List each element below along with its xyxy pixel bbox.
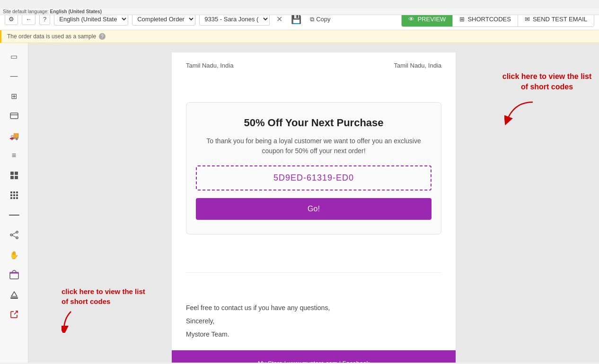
sidebar-truck-icon[interactable]: 🚚 <box>6 127 23 144</box>
sidebar-bag-icon[interactable] <box>6 266 23 283</box>
footer-sep1: | <box>284 360 288 363</box>
coupon-box: 50% Off Your Next Purchase To thank you … <box>186 102 441 234</box>
svg-rect-9 <box>10 194 12 196</box>
sidebar-external-link-icon[interactable] <box>6 306 23 323</box>
signoff-line3: Mystore Team. <box>186 328 441 341</box>
coupon-section: 50% Off Your Next Purchase To thank you … <box>172 88 456 253</box>
sidebar-rectangle-icon[interactable]: ▭ <box>6 48 23 65</box>
signoff-line2: Sincerely, <box>186 314 441 328</box>
svg-rect-5 <box>15 176 18 179</box>
svg-rect-11 <box>16 194 18 196</box>
sidebar-lines-icon[interactable]: ≡ <box>6 147 23 164</box>
svg-point-18 <box>16 237 18 239</box>
svg-point-16 <box>16 231 18 233</box>
email-divider <box>186 272 441 273</box>
svg-rect-14 <box>16 197 18 199</box>
svg-rect-7 <box>13 191 15 193</box>
warning-help-icon[interactable]: ? <box>99 33 106 40</box>
site-default-lang: Site default language: English (United S… <box>0 9 599 15</box>
sidebar-blocks-icon[interactable] <box>6 167 23 184</box>
footer-facebook-link[interactable]: Facebook <box>343 360 370 363</box>
email-icon: ✉ <box>525 16 530 23</box>
sidebar-share-icon[interactable] <box>6 226 23 243</box>
email-preview: Tamil Nadu, India Tamil Nadu, India 50% … <box>172 52 456 363</box>
sidebar-hand-icon[interactable]: ✋ <box>6 246 23 263</box>
shortcodes-icon: ⊞ <box>459 16 465 23</box>
eye-icon: 👁 <box>408 16 414 23</box>
svg-line-19 <box>12 233 16 234</box>
sidebar-fill-icon[interactable] <box>6 286 23 303</box>
svg-rect-6 <box>10 191 12 193</box>
email-footer: My Store | www.mystore.com | Facebook <box>172 350 456 363</box>
warning-bar: The order data is used as a sample ? <box>0 30 599 43</box>
svg-line-24 <box>14 311 18 314</box>
sidebar-smallgrid-icon[interactable] <box>6 187 23 204</box>
svg-rect-4 <box>10 176 14 179</box>
svg-rect-10 <box>13 194 15 196</box>
signoff-section: Feel free to contact us if you have any … <box>172 292 456 350</box>
left-sidebar: ▭ — ⊞ 🚚 ≡ ✋ <box>0 43 28 363</box>
svg-rect-3 <box>15 172 18 175</box>
right-annotation-text: click here to view the list of short cod… <box>500 71 594 93</box>
address-left: Tamil Nadu, India <box>186 62 233 69</box>
main-layout: ▭ — ⊞ 🚚 ≡ ✋ <box>0 43 599 363</box>
content-area: Tamil Nadu, India Tamil Nadu, India 50% … <box>28 43 599 363</box>
svg-rect-15 <box>9 215 19 216</box>
svg-rect-22 <box>9 272 19 274</box>
address-section: Tamil Nadu, India Tamil Nadu, India <box>172 52 456 78</box>
coupon-title: 50% Off Your Next Purchase <box>196 117 432 129</box>
footer-website-link[interactable]: www.mystore.com <box>288 360 337 363</box>
right-annotation: click here to view the list of short cod… <box>500 71 594 127</box>
close-button[interactable]: ✕ <box>273 14 285 25</box>
footer-sep2: | <box>339 360 343 363</box>
svg-point-17 <box>10 234 12 236</box>
left-annotation-text: click here to view the list of short cod… <box>62 286 147 306</box>
svg-rect-13 <box>13 197 15 199</box>
sidebar-minus-icon[interactable]: — <box>6 68 23 85</box>
coupon-description: To thank you for being a loyal customer … <box>196 136 432 156</box>
sidebar-divider-icon[interactable] <box>6 207 23 224</box>
svg-rect-2 <box>10 172 14 175</box>
coupon-code: 5D9ED-61319-ED0 <box>196 165 432 191</box>
svg-rect-12 <box>10 197 12 199</box>
footer-store: My Store <box>258 360 282 363</box>
divider-section <box>172 253 456 292</box>
left-annotation: click here to view the list of short cod… <box>62 286 147 334</box>
copy-icon: ⧉ <box>310 16 314 23</box>
coupon-go-button[interactable]: Go! <box>196 198 432 220</box>
copy-button[interactable]: ⧉ Copy <box>307 15 333 24</box>
address-right: Tamil Nadu, India <box>394 62 441 69</box>
svg-line-20 <box>12 235 16 237</box>
svg-rect-23 <box>10 297 18 299</box>
svg-rect-0 <box>10 113 18 119</box>
sidebar-grid-icon[interactable]: ⊞ <box>6 87 23 104</box>
signoff-line1: Feel free to contact us if you have any … <box>186 301 441 314</box>
svg-rect-8 <box>16 191 18 193</box>
sidebar-card-icon[interactable] <box>6 107 23 124</box>
copy-label: Copy <box>316 16 330 23</box>
